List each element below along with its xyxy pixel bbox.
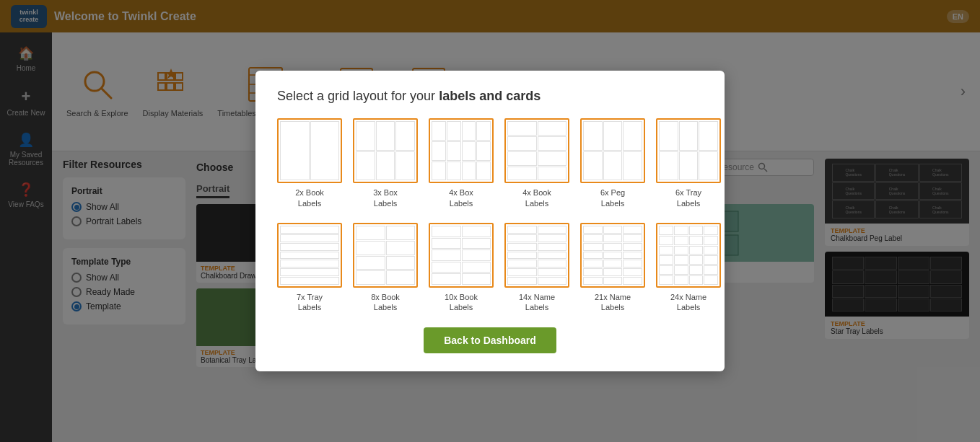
grid-cell [603, 121, 623, 151]
grid-cell [583, 121, 603, 151]
grid-option-2x-book[interactable]: 2x BookLabels [277, 118, 342, 208]
grid-cell [462, 162, 476, 181]
grid-cell [603, 151, 623, 181]
grid-cell [507, 234, 537, 242]
grid-cell [476, 121, 491, 141]
grid-option-8x-book[interactable]: 8x BookLabels [353, 223, 418, 313]
grid-cell [432, 273, 461, 285]
modal-title-prefix: Select a grid layout for your [277, 89, 439, 103]
grid-cell [280, 234, 339, 242]
grid-preview-10x-book [429, 223, 494, 288]
grid-cell [386, 241, 416, 255]
grid-cell [462, 226, 491, 237]
grid-option-14x-name[interactable]: 14x NameLabels [504, 223, 569, 313]
grid-cell [386, 270, 416, 285]
grid-label-7x-tray: 7x TrayLabels [297, 292, 323, 313]
grid-option-24x-name[interactable]: 24x NameLabels [656, 223, 721, 313]
grid-cell [659, 151, 678, 181]
grid-cell [538, 136, 567, 151]
grid-cell [538, 151, 567, 166]
back-to-dashboard-button[interactable]: Back to Dashboard [424, 327, 556, 353]
grid-cell [432, 249, 461, 261]
grid-preview-7x-tray [277, 223, 342, 288]
grid-cell [432, 262, 461, 273]
grid-cell [462, 121, 476, 141]
grid-cell [432, 226, 461, 237]
grid-label-3x-box: 3x BoxLabels [373, 187, 398, 208]
grid-cell [280, 252, 339, 260]
grid-preview-24x-name [656, 223, 721, 288]
grid-label-14x-name: 14x NameLabels [519, 292, 555, 313]
grid-label-10x-book: 10x BookLabels [445, 292, 478, 313]
grid-option-6x-tray[interactable]: 6x TrayLabels [656, 118, 721, 208]
grid-cell [356, 226, 385, 240]
grid-label-4x-book: 4x BookLabels [522, 187, 551, 208]
grid-cell [476, 162, 491, 181]
grid-cell [538, 277, 567, 285]
grid-cell [507, 136, 537, 151]
grid-preview-6x-peg [580, 118, 645, 183]
grid-cell [386, 256, 416, 270]
grid-cell [679, 151, 699, 181]
grid-label-4x-box: 4x BoxLabels [449, 187, 473, 208]
grid-option-7x-tray[interactable]: 7x TrayLabels [277, 223, 342, 313]
grid-cell [538, 260, 567, 268]
grid-cell [356, 151, 375, 181]
modal-overlay: Select a grid layout for your labels and… [0, 0, 980, 442]
grid-preview-21x-name [580, 223, 645, 288]
grid-cell [280, 243, 339, 251]
grid-cell [280, 226, 339, 234]
grid-cell [583, 151, 603, 181]
grid-cell [507, 167, 537, 181]
grid-cell [507, 121, 537, 136]
grid-cell [376, 151, 395, 181]
grid-option-4x-book[interactable]: 4x BookLabels [504, 118, 569, 208]
grid-cell [447, 121, 461, 141]
grid-cell [280, 121, 310, 180]
grid-cell [462, 273, 491, 285]
grid-cell [507, 226, 537, 234]
grid-cell [538, 268, 567, 276]
grid-cell [507, 260, 537, 268]
grid-cell [462, 249, 491, 261]
grid-cell [699, 121, 718, 151]
grid-cell [507, 151, 537, 166]
grid-cell [623, 121, 642, 151]
grid-cell [507, 268, 537, 276]
modal-footer: Back to Dashboard [277, 327, 703, 353]
grid-cell [538, 167, 567, 181]
grid-cell [538, 121, 567, 136]
grid-preview-8x-book [353, 223, 418, 288]
grid-cell [507, 252, 537, 260]
grid-option-3x-box[interactable]: 3x BoxLabels [353, 118, 418, 208]
grid-options-row1: 2x BookLabels 3x BoxLabels [277, 118, 703, 208]
grid-cell [462, 141, 476, 161]
grid-options-row2: 7x TrayLabels 8x BookLabels [277, 223, 703, 313]
grid-cell [395, 121, 415, 151]
grid-cell [447, 141, 461, 161]
grid-cell [538, 243, 567, 251]
grid-cell [507, 277, 537, 285]
grid-cell [659, 121, 678, 151]
modal: Select a grid layout for your labels and… [255, 71, 725, 371]
grid-cell [356, 241, 385, 255]
grid-cell [432, 162, 446, 181]
grid-cell [356, 270, 385, 285]
grid-cell [447, 162, 461, 181]
grid-label-21x-name: 21x NameLabels [595, 292, 631, 313]
grid-cell [699, 151, 718, 181]
grid-option-21x-name[interactable]: 21x NameLabels [580, 223, 645, 313]
grid-cell [476, 141, 491, 161]
grid-cell [538, 226, 567, 234]
grid-cell [280, 260, 339, 268]
grid-cell [538, 252, 567, 260]
grid-option-6x-peg[interactable]: 6x PegLabels [580, 118, 645, 208]
grid-cell [679, 121, 699, 151]
grid-option-10x-book[interactable]: 10x BookLabels [429, 223, 494, 313]
grid-cell [623, 151, 642, 181]
grid-label-6x-peg: 6x PegLabels [600, 187, 625, 208]
grid-cell [280, 268, 339, 276]
grid-label-24x-name: 24x NameLabels [670, 292, 706, 313]
grid-option-4x-box[interactable]: 4x BoxLabels [429, 118, 494, 208]
grid-cell [432, 121, 446, 141]
